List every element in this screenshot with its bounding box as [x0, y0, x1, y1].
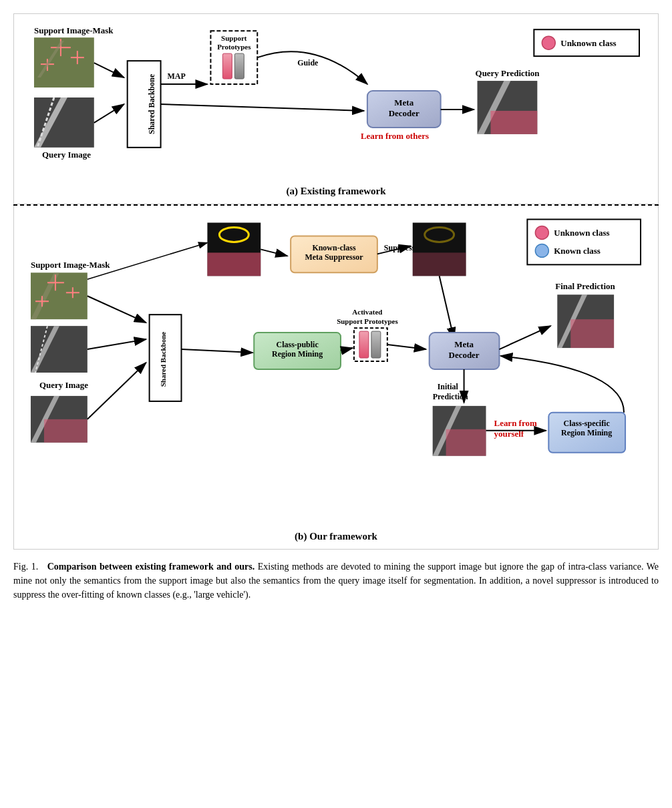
svg-text:Shared Backbone: Shared Backbone	[147, 74, 156, 134]
svg-line-80	[440, 276, 454, 339]
svg-line-95	[499, 326, 550, 349]
svg-text:Meta: Meta	[454, 339, 474, 349]
svg-text:Unknown class: Unknown class	[554, 228, 609, 238]
figure-caption: Fig. 1. Comparison between existing fram…	[13, 560, 659, 602]
svg-line-17	[94, 63, 124, 77]
svg-text:Prediction: Prediction	[433, 392, 468, 401]
main-container: Unknown class Support Image-Mask Query I…	[13, 13, 659, 602]
svg-text:Decoder: Decoder	[449, 350, 480, 360]
svg-rect-26	[222, 53, 232, 79]
svg-text:Learn from: Learn from	[494, 418, 536, 428]
svg-rect-85	[371, 331, 381, 358]
svg-rect-61	[44, 419, 88, 443]
svg-line-89	[182, 349, 253, 353]
svg-text:Prototypes: Prototypes	[217, 43, 250, 51]
svg-text:Shared Backbone: Shared Backbone	[159, 332, 167, 387]
svg-rect-4	[34, 37, 94, 87]
svg-rect-38	[490, 111, 537, 134]
svg-text:Query Prediction: Query Prediction	[476, 68, 540, 78]
svg-text:Support: Support	[221, 34, 247, 42]
svg-rect-69	[207, 252, 261, 276]
section-a-title: (a) Existing framework	[27, 186, 645, 197]
svg-text:Query Image: Query Image	[39, 380, 88, 390]
svg-text:Known-class: Known-class	[312, 243, 356, 252]
fig-label: Fig. 1.	[13, 562, 38, 572]
svg-text:Region Mining: Region Mining	[272, 349, 323, 359]
svg-rect-27	[234, 53, 244, 79]
svg-line-63	[88, 339, 146, 349]
svg-text:Region Mining: Region Mining	[561, 428, 612, 437]
svg-text:Meta: Meta	[394, 97, 413, 108]
section-a: Unknown class Support Image-Mask Query I…	[13, 13, 659, 204]
diagram-b: Unknown class Known class Support Image-…	[27, 216, 645, 523]
svg-text:Unknown class: Unknown class	[560, 38, 616, 48]
svg-rect-99	[570, 319, 614, 348]
svg-text:Support Image-Mask: Support Image-Mask	[34, 25, 114, 35]
svg-text:Support Image-Mask: Support Image-Mask	[31, 260, 110, 270]
svg-text:Support Prototypes: Support Prototypes	[337, 317, 398, 325]
svg-point-44	[535, 244, 548, 257]
section-b-title: (b) Our framework	[27, 531, 645, 542]
svg-text:Query Image: Query Image	[42, 150, 91, 160]
svg-line-29	[161, 104, 364, 111]
svg-line-18	[94, 104, 124, 123]
svg-rect-78	[413, 252, 466, 276]
svg-line-71	[261, 249, 287, 256]
svg-line-64	[88, 363, 146, 419]
svg-line-90	[341, 348, 353, 351]
svg-text:Final Prediction: Final Prediction	[555, 281, 615, 291]
svg-text:MAP: MAP	[168, 71, 186, 81]
svg-rect-84	[359, 331, 369, 358]
svg-text:Class-public: Class-public	[277, 340, 319, 349]
svg-text:Known class: Known class	[554, 246, 601, 256]
svg-text:Learn from others: Learn from others	[361, 131, 429, 141]
svg-point-42	[535, 226, 548, 239]
section-b: Unknown class Known class Support Image-…	[13, 206, 659, 550]
svg-text:Class-specific: Class-specific	[564, 419, 611, 428]
svg-line-91	[387, 345, 426, 349]
svg-rect-105	[446, 429, 486, 456]
caption-bold: Comparison between existing framework an…	[47, 562, 255, 572]
svg-line-62	[88, 296, 146, 323]
diagram-a: Unknown class Support Image-Mask Query I…	[27, 24, 645, 178]
svg-text:Decoder: Decoder	[389, 108, 419, 118]
svg-point-1	[542, 36, 555, 49]
svg-text:Activated: Activated	[352, 308, 382, 316]
svg-text:Initial: Initial	[438, 382, 459, 391]
svg-text:Guide: Guide	[297, 58, 318, 67]
svg-text:Meta Suppressor: Meta Suppressor	[305, 252, 363, 262]
